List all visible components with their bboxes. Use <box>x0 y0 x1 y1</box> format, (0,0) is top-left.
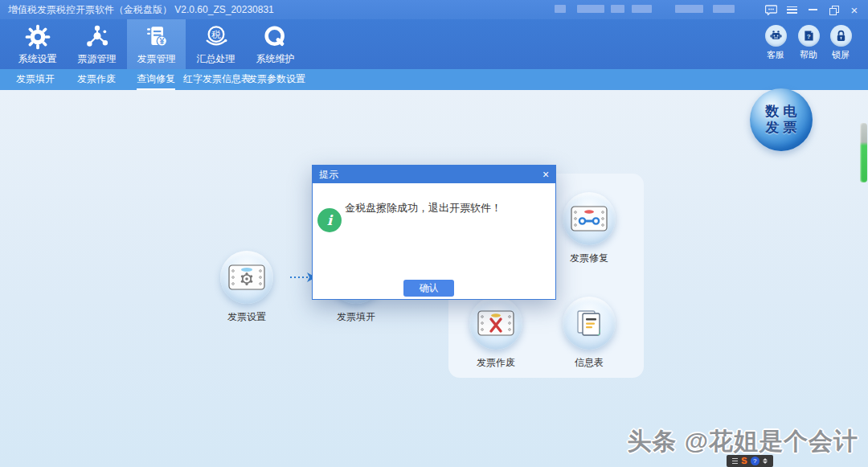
svg-text:?: ? <box>806 33 810 40</box>
chat-icon[interactable] <box>760 0 781 19</box>
scroll-indicator[interactable] <box>860 123 867 182</box>
app-window: 增值税发票税控开票软件（金税盘版） V2.0.60_ZS_20230831 × … <box>0 0 868 467</box>
shortcut-label: 发票设置 <box>220 310 273 324</box>
quick-item-lock-screen[interactable]: 锁屏 <box>823 19 858 69</box>
shortcut-label: 发票作废 <box>469 356 522 370</box>
quick-item-customer-service[interactable]: 客服 <box>758 19 793 69</box>
toolbar-item-summary-processing[interactable]: 税 汇总处理 <box>186 19 245 69</box>
quick-item-label: 锁屏 <box>832 49 850 61</box>
dialog-title-bar: 提示 × <box>313 166 555 183</box>
network-icon <box>84 23 110 51</box>
shortcut-invoice-settings[interactable]: 发票设置 <box>220 251 273 324</box>
svg-text:¥: ¥ <box>159 36 164 46</box>
title-bar: 增值税发票税控开票软件（金税盘版） V2.0.60_ZS_20230831 × <box>0 0 868 19</box>
robot-icon <box>765 25 787 47</box>
ime-menu-icon <box>732 458 738 464</box>
shortcut-label: 发票填开 <box>330 310 383 324</box>
submenu-bar: 发票填开 发票作废 查询修复 红字发票信息表 发票参数设置 <box>0 69 868 90</box>
window-controls: × <box>760 0 865 19</box>
info-icon: i <box>317 208 342 232</box>
ime-toolbar[interactable]: S ? <box>727 455 773 467</box>
close-button[interactable]: × <box>844 0 865 19</box>
submenu-item-invoice-params[interactable]: 发票参数设置 <box>248 69 305 90</box>
toolbar-item-system-settings[interactable]: 系统设置 <box>8 19 67 69</box>
shortcut-label: 发票修复 <box>563 252 616 265</box>
invoice-settings-icon <box>220 251 273 304</box>
ime-help-icon: ? <box>751 457 760 465</box>
redacted-block <box>611 5 624 13</box>
invoice-repair-icon <box>563 192 616 245</box>
invoice-void-icon <box>469 297 522 350</box>
toolbar-item-system-maintenance[interactable]: 系统维护 <box>246 19 305 69</box>
watermark-text: 头条 @花姐是个会计 <box>627 425 858 458</box>
toolbar-item-ticket-source[interactable]: 票源管理 <box>68 19 126 69</box>
dialog-close-button[interactable]: × <box>536 168 555 181</box>
toolbar-item-label: 系统设置 <box>18 52 57 66</box>
shortcut-label: 信息表 <box>563 356 616 370</box>
submenu-item-invoice-void[interactable]: 发票作废 <box>77 69 116 90</box>
sogou-icon: S <box>741 457 747 465</box>
badge-line2: 发票 <box>762 120 801 136</box>
toolbar-item-invoice-management[interactable]: ¥ 发票管理 <box>127 19 186 69</box>
help-book-icon: ? <box>798 25 820 47</box>
menu-icon[interactable] <box>781 0 802 19</box>
badge-line1: 数电 <box>762 104 801 120</box>
digital-invoice-badge: 数电 发票 <box>750 88 813 151</box>
toolbar-item-label: 发票管理 <box>137 52 176 66</box>
window-title: 增值税发票税控开票软件（金税盘版） V2.0.60_ZS_20230831 <box>0 3 274 17</box>
ime-arrows-icon <box>763 458 768 464</box>
toolbar-item-label: 系统维护 <box>256 52 295 66</box>
prompt-dialog: 提示 × i 金税盘擦除成功，退出开票软件！ 确认 <box>312 165 556 300</box>
confirm-button[interactable]: 确认 <box>403 280 454 297</box>
restore-button[interactable] <box>823 0 844 19</box>
redacted-block <box>555 5 566 13</box>
redacted-block <box>713 5 735 13</box>
shortcut-invoice-void[interactable]: 发票作废 <box>469 297 522 370</box>
shortcut-invoice-repair[interactable]: 发票修复 <box>563 192 616 265</box>
dialog-message: 金税盘擦除成功，退出开票软件！ <box>345 201 546 215</box>
toolbar-item-label: 票源管理 <box>78 52 117 66</box>
svg-text:税: 税 <box>211 30 221 39</box>
redacted-block <box>675 5 703 13</box>
redacted-block <box>632 5 652 13</box>
quick-item-label: 客服 <box>767 49 784 61</box>
quick-item-label: 帮助 <box>800 49 817 61</box>
info-table-icon <box>563 297 616 350</box>
lock-icon <box>830 25 852 47</box>
submenu-item-query-repair[interactable]: 查询修复 <box>137 69 175 90</box>
submenu-item-invoice-fill[interactable]: 发票填开 <box>16 69 55 90</box>
main-toolbar: 系统设置 票源管理 ¥ 发票管理 税 汇总处理 系统维护 <box>0 19 868 69</box>
dialog-title: 提示 <box>313 168 536 182</box>
shortcut-info-table[interactable]: 信息表 <box>563 297 616 370</box>
minimize-button[interactable] <box>802 0 823 19</box>
tax-coin-icon: 税 <box>203 23 229 51</box>
quick-item-help[interactable]: ? 帮助 <box>791 19 826 69</box>
invoice-doc-icon: ¥ <box>144 23 170 51</box>
redacted-block <box>577 5 604 13</box>
wrench-icon <box>263 23 289 51</box>
gear-icon <box>25 23 51 51</box>
toolbar-item-label: 汇总处理 <box>197 52 235 66</box>
submenu-item-red-letter-info[interactable]: 红字发票信息表 <box>183 69 251 90</box>
